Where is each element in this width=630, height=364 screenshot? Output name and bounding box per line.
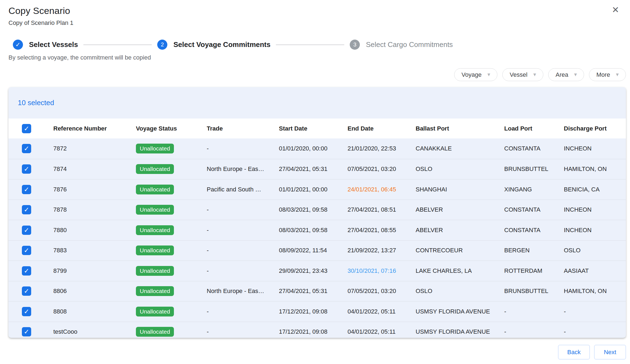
trade: North Europe - Eas…: [207, 288, 279, 295]
check-icon: ✓: [24, 186, 29, 193]
step-completed-circle: ✓: [13, 40, 23, 50]
table-row[interactable]: ✓ 8799 Unallocated - 29/09/2021, 23:43 3…: [8, 261, 626, 281]
start-date: 08/03/2021, 09:58: [279, 227, 348, 234]
dialog-subtitle: Copy of Scenario Plan 1: [8, 19, 626, 26]
discharge-port: BENICIA, CA: [564, 186, 626, 193]
ballast-port: USMSY FLORIDA AVENUE: [416, 328, 504, 335]
table-row[interactable]: ✓ 7883 Unallocated - 08/09/2022, 11:54 2…: [8, 240, 626, 261]
close-button[interactable]: ✕: [609, 3, 622, 16]
back-button[interactable]: Back: [558, 345, 590, 359]
trade: -: [207, 267, 279, 274]
table-row[interactable]: ✓ 8806 Unallocated North Europe - Eas… 2…: [8, 281, 626, 301]
select-all-checkbox[interactable]: ✓: [22, 124, 31, 133]
end-date: 30/10/2021, 07:16: [348, 267, 416, 274]
stepper-helper-text: By selecting a voyage, the commitment wi…: [8, 54, 626, 61]
load-port: BRUNSBUTTEL: [504, 165, 564, 173]
copy-scenario-dialog: Copy Scenario Copy of Scenario Plan 1 ✕ …: [0, 0, 630, 364]
step-select-voyage-commitments[interactable]: 2 Select Voyage Commitments: [157, 40, 270, 50]
filter-more-button[interactable]: More ▼: [589, 68, 626, 81]
trade: North Europe - Eas…: [207, 165, 279, 173]
row-checkbox[interactable]: ✓: [22, 144, 31, 153]
column-header-ballast-port: Ballast Port: [416, 125, 504, 132]
table-row[interactable]: ✓ 7876 Unallocated Pacific and South … 0…: [8, 179, 626, 200]
step-connector: [83, 45, 152, 45]
filter-label: More: [596, 71, 610, 78]
column-header-end-date: End Date: [348, 125, 416, 132]
row-checkbox[interactable]: ✓: [22, 185, 31, 194]
discharge-port: INCHEON: [564, 227, 626, 234]
chevron-down-icon: ▼: [486, 72, 491, 77]
load-port: ROTTERDAM: [504, 267, 564, 274]
reference-number: 8808: [53, 308, 136, 315]
row-checkbox[interactable]: ✓: [22, 205, 31, 214]
load-port: BERGEN: [504, 247, 564, 254]
status-badge: Unallocated: [136, 185, 174, 194]
filter-label: Area: [556, 71, 568, 78]
dialog-header: Copy Scenario Copy of Scenario Plan 1 ✕: [8, 0, 626, 26]
row-checkbox[interactable]: ✓: [22, 286, 31, 296]
status-badge: Unallocated: [136, 286, 174, 296]
step-connector: [276, 45, 344, 45]
column-header-discharge-port: Discharge Port: [564, 125, 626, 132]
table-row[interactable]: ✓ 7872 Unallocated - 01/01/2020, 00:00 2…: [8, 138, 626, 159]
dialog-footer: Back Next: [8, 345, 626, 359]
start-date: 08/09/2022, 11:54: [279, 247, 348, 254]
table-row[interactable]: ✓ testCooo Unallocated - 17/12/2021, 09:…: [8, 322, 626, 338]
reference-number: 8799: [53, 267, 136, 274]
end-date: 21/01/2020, 22:53: [348, 145, 416, 152]
table-row[interactable]: ✓ 8808 Unallocated - 17/12/2021, 09:08 0…: [8, 301, 626, 322]
step-select-vessels[interactable]: ✓ Select Vessels: [13, 40, 78, 50]
column-header-trade: Trade: [207, 125, 279, 132]
table-row[interactable]: ✓ 7878 Unallocated - 08/03/2021, 09:58 2…: [8, 200, 626, 220]
reference-number: 7872: [53, 145, 136, 152]
filter-area-button[interactable]: Area ▼: [548, 68, 584, 81]
column-header-load-port: Load Port: [504, 125, 564, 132]
filter-row: Voyage ▼ Vessel ▼ Area ▼ More ▼: [8, 68, 626, 81]
reference-number: 7880: [53, 227, 136, 234]
end-date: 04/01/2022, 05:11: [348, 308, 416, 315]
load-port: CONSTANTA: [504, 145, 564, 152]
end-date: 21/09/2022, 13:27: [348, 247, 416, 254]
row-checkbox[interactable]: ✓: [22, 246, 31, 255]
table-row[interactable]: ✓ 7874 Unallocated North Europe - Eas… 2…: [8, 159, 626, 179]
check-icon: ✓: [24, 206, 29, 214]
table-row[interactable]: ✓ 7880 Unallocated - 08/03/2021, 09:58 2…: [8, 220, 626, 240]
step-select-cargo-commitments[interactable]: 3 Select Cargo Commitments: [350, 40, 453, 50]
row-checkbox[interactable]: ✓: [22, 226, 31, 235]
row-checkbox[interactable]: ✓: [22, 266, 31, 276]
step-number-circle: 2: [157, 40, 167, 50]
start-date: 01/01/2020, 00:00: [279, 145, 348, 152]
filter-label: Vessel: [510, 71, 527, 78]
close-icon: ✕: [612, 5, 619, 15]
filter-label: Voyage: [462, 71, 482, 78]
voyage-commitments-panel: 10 selected ✓ Reference Number Voyage St…: [8, 87, 626, 338]
discharge-port: HAMILTON, ON: [564, 165, 626, 173]
trade: -: [207, 308, 279, 315]
reference-number: testCooo: [53, 328, 136, 335]
row-checkbox[interactable]: ✓: [22, 327, 31, 336]
chevron-down-icon: ▼: [573, 72, 578, 77]
end-date: 27/04/2021, 08:55: [348, 227, 416, 234]
ballast-port: OSLO: [416, 165, 504, 173]
row-checkbox[interactable]: ✓: [22, 307, 31, 316]
status-badge: Unallocated: [136, 164, 174, 174]
row-checkbox[interactable]: ✓: [22, 164, 31, 174]
step-number-circle: 3: [350, 40, 360, 50]
discharge-port: HAMILTON, ON: [564, 288, 626, 295]
status-badge: Unallocated: [136, 205, 174, 215]
trade: -: [207, 227, 279, 234]
start-date: 17/12/2021, 09:08: [279, 328, 348, 335]
trade: -: [207, 206, 279, 213]
ballast-port: ABELVER: [416, 206, 504, 213]
ballast-port: OSLO: [416, 288, 504, 295]
discharge-port: -: [564, 308, 626, 315]
filter-voyage-button[interactable]: Voyage ▼: [454, 68, 497, 81]
status-badge: Unallocated: [136, 307, 174, 316]
status-badge: Unallocated: [136, 144, 174, 153]
filter-vessel-button[interactable]: Vessel ▼: [502, 68, 543, 81]
trade: Pacific and South …: [207, 186, 279, 193]
next-button[interactable]: Next: [594, 345, 626, 359]
check-icon: ✓: [24, 267, 29, 275]
reference-number: 7874: [53, 165, 136, 173]
column-header-start-date: Start Date: [279, 125, 348, 132]
